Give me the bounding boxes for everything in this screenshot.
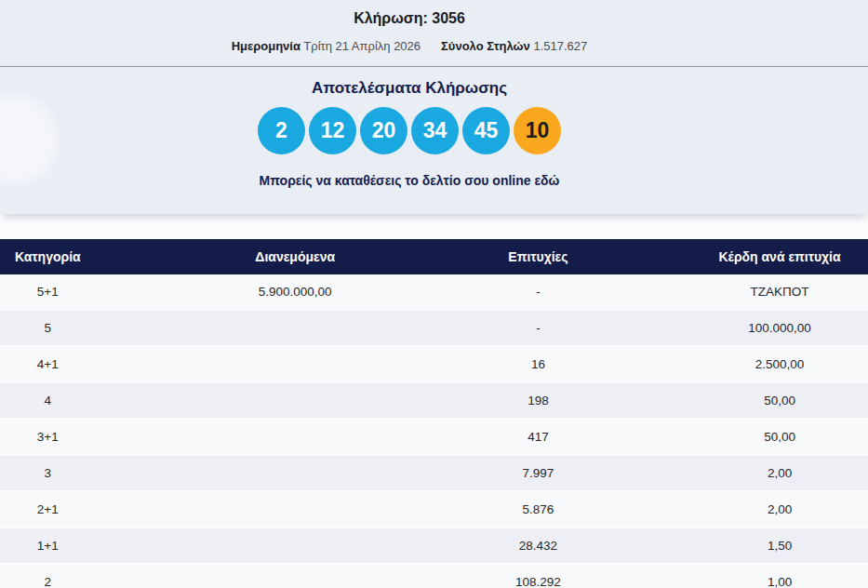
bonus-number-ball: 10 [514, 107, 561, 154]
draw-info-section: Κλήρωση: 3056 Ημερομηνία Τρίτη 21 Απρίλη… [0, 0, 868, 214]
cell-prize: 1,00 [581, 564, 868, 588]
date-value: Τρίτη 21 Απρίλη 2026 [303, 39, 421, 53]
table-row: 4+1162.500,00 [0, 346, 868, 382]
draw-meta-row: Ημερομηνία Τρίτη 21 Απρίλη 2026Σύνολο Στ… [0, 39, 819, 53]
prize-categories-table: ΚατηγορίαΔιανεμόμεναΕπιτυχίεςΚέρδη ανά ε… [0, 239, 868, 588]
cell-category: 5 [0, 310, 96, 346]
date-label: Ημερομηνία [232, 39, 300, 53]
cell-category: 5+1 [0, 274, 96, 310]
number-ball: 45 [462, 107, 510, 154]
cell-category: 3+1 [0, 419, 96, 455]
cell-category: 2+1 [0, 491, 96, 528]
submit-online-link[interactable]: Μπορείς να καταθέσεις το δελτίο σου onli… [0, 173, 819, 188]
draw-date: Ημερομηνία Τρίτη 21 Απρίλη 2026 [232, 39, 421, 53]
cell-prize: 2.500,00 [581, 346, 868, 382]
cell-distributed [96, 346, 495, 382]
cell-winners: 16 [495, 346, 581, 382]
cell-category: 4 [0, 382, 96, 419]
cell-winners: 108.292 [495, 564, 581, 588]
total-columns: Σύνολο Στηλών 1.517.627 [441, 39, 587, 53]
cell-winners: 417 [495, 419, 581, 455]
cell-prize: 2,00 [581, 455, 868, 491]
cell-prize: 50,00 [581, 419, 868, 455]
cell-winners: 198 [495, 382, 581, 419]
table-row: 2108.2921,00 [0, 564, 868, 588]
cell-winners: 7.997 [495, 455, 581, 491]
cell-winners: - [495, 274, 581, 310]
total-columns-value: 1.517.627 [533, 39, 587, 53]
cell-distributed [96, 419, 495, 455]
drawn-numbers: 21220344510 [0, 107, 819, 154]
cell-winners: 5.876 [495, 491, 581, 528]
table-row: 5+15.900.000,00-ΤΖΑΚΠΟΤ [0, 274, 868, 310]
column-header: Επιτυχίες [495, 239, 581, 274]
number-ball: 20 [360, 107, 407, 154]
column-header: Κέρδη ανά επιτυχία [581, 239, 868, 274]
cell-distributed [96, 564, 495, 588]
table-row: 3+141750,00 [0, 419, 868, 455]
cell-distributed [96, 382, 495, 419]
cell-category: 2 [0, 564, 96, 588]
cell-category: 1+1 [0, 528, 96, 564]
cell-distributed [96, 455, 495, 491]
cell-prize: ΤΖΑΚΠΟΤ [581, 274, 868, 310]
cell-category: 3 [0, 455, 96, 491]
number-ball: 34 [411, 107, 459, 154]
number-ball: 2 [258, 107, 305, 154]
column-header: Διανεμόμενα [96, 239, 495, 274]
cell-distributed [96, 310, 495, 346]
results-title: Αποτελέσματα Κλήρωσης [0, 79, 819, 98]
table-row: 5-100.000,00 [0, 310, 868, 346]
column-header: Κατηγορία [0, 239, 96, 274]
section-divider [0, 66, 868, 67]
table-row: 37.9972,00 [0, 455, 868, 491]
cell-prize: 1,50 [581, 528, 868, 564]
cell-category: 4+1 [0, 346, 96, 382]
table-row: 1+128.4321,50 [0, 528, 868, 564]
table-row: 2+15.8762,00 [0, 491, 868, 528]
cell-prize: 2,00 [581, 491, 868, 528]
cell-distributed: 5.900.000,00 [96, 274, 495, 310]
cell-winners: - [495, 310, 581, 346]
table-row: 419850,00 [0, 382, 868, 419]
section-gap [0, 214, 868, 239]
table-body: 5+15.900.000,00-ΤΖΑΚΠΟΤ5-100.000,004+116… [0, 274, 868, 588]
number-ball: 12 [309, 107, 356, 154]
cell-prize: 50,00 [581, 382, 868, 419]
draw-number-title: Κλήρωση: 3056 [0, 0, 819, 27]
table-header-row: ΚατηγορίαΔιανεμόμεναΕπιτυχίεςΚέρδη ανά ε… [0, 239, 868, 274]
cell-winners: 28.432 [495, 528, 581, 564]
cell-prize: 100.000,00 [581, 310, 868, 346]
total-columns-label: Σύνολο Στηλών [441, 39, 530, 53]
cell-distributed [96, 491, 495, 528]
cell-distributed [96, 528, 495, 564]
